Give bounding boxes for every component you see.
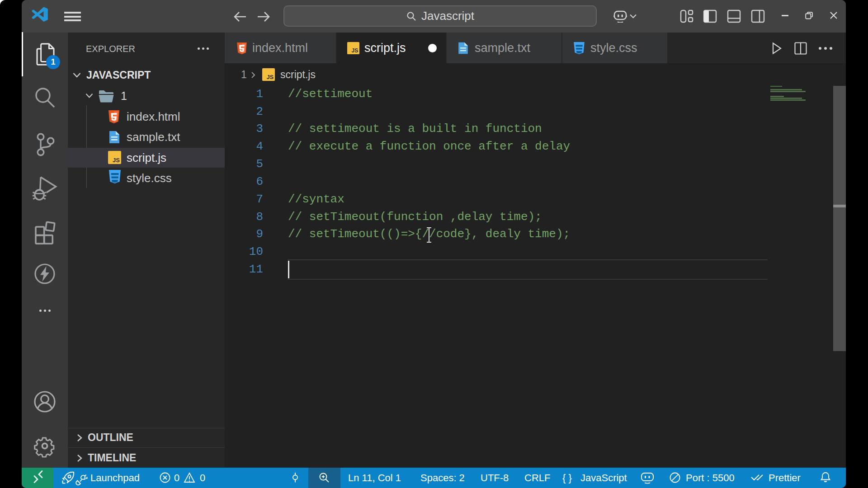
svg-text:JS: JS (351, 47, 358, 54)
svg-text:JS: JS (113, 157, 120, 164)
svg-text:JS: JS (267, 74, 274, 80)
